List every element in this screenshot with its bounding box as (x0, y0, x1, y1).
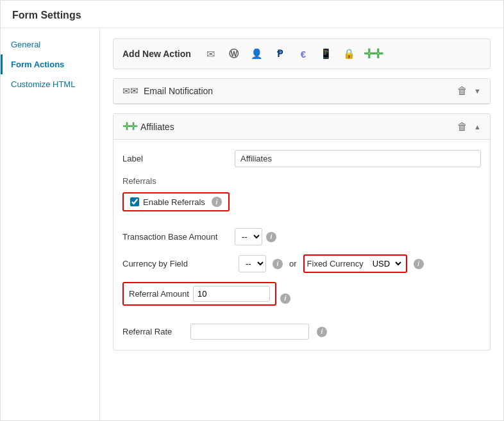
user-register-action-icon[interactable]: 👤 (249, 45, 265, 62)
sidebar: General Form Actions Customize HTML (1, 28, 100, 420)
email-action-icon[interactable]: ✉ (203, 45, 219, 62)
referral-amount-input[interactable] (193, 286, 270, 302)
email-notification-header-left: ✉ Email Notification (122, 85, 213, 97)
content-area: Add New Action ✉ Ⓦ 👤 Ᵽ € 📱 🔒 ✛✛ ✉ (100, 28, 503, 420)
referral-rate-label: Referral Rate (122, 327, 187, 336)
referral-amount-row: Referral Amount i (122, 282, 481, 315)
referral-amount-label: Referral Amount (129, 289, 189, 299)
referral-rate-row: Referral Rate i (122, 324, 481, 340)
sms-action-icon[interactable]: 📱 (318, 45, 335, 62)
referral-rate-info-icon[interactable]: i (317, 327, 327, 337)
affiliates-section-label: Affiliates (140, 122, 174, 132)
sidebar-item-general[interactable]: General (1, 35, 99, 54)
affiliates-section-icon: ✛✛ (122, 120, 135, 133)
add-action-label: Add New Action (122, 49, 191, 59)
affiliates-header-left: ✛✛ Affiliates (122, 120, 174, 133)
label-input[interactable] (235, 150, 481, 167)
stripe-action-icon[interactable]: € (295, 45, 312, 62)
email-notification-header-right: 🗑 ▼ (457, 85, 481, 97)
fixed-currency-info-icon[interactable]: i (414, 259, 424, 269)
transaction-base-select[interactable]: -- (235, 228, 262, 245)
email-section-icon: ✉ (122, 85, 139, 97)
affiliates-delete-icon[interactable]: 🗑 (457, 121, 467, 133)
referrals-label: Referrals (122, 176, 481, 186)
fixed-currency-label: Fixed Currency (307, 259, 364, 268)
label-field-label: Label (122, 154, 235, 163)
referral-rate-input[interactable] (190, 324, 309, 340)
transaction-base-row: Transaction Base Amount -- i (122, 228, 481, 245)
sidebar-item-customize-html[interactable]: Customize HTML (1, 74, 99, 94)
enable-referrals-checkbox[interactable] (130, 197, 139, 206)
referrals-section: Referrals Enable Referrals i Transaction (122, 176, 481, 340)
email-notification-collapse-icon[interactable]: ▼ (474, 87, 481, 95)
login-action-icon[interactable]: 🔒 (341, 45, 358, 62)
email-notification-section: ✉ Email Notification 🗑 ▼ (113, 78, 491, 104)
affiliates-collapse-icon[interactable]: ▲ (474, 123, 481, 131)
affiliates-body: Label Referrals Enable Referrals i (113, 140, 490, 350)
email-notification-delete-icon[interactable]: 🗑 (457, 85, 467, 97)
enable-referrals-row[interactable]: Enable Referrals i (122, 192, 230, 211)
sidebar-item-form-actions[interactable]: Form Actions (1, 54, 99, 74)
transaction-base-label: Transaction Base Amount (122, 232, 235, 242)
referral-amount-box: Referral Amount (122, 282, 276, 306)
action-icons: ✉ Ⓦ 👤 Ᵽ € 📱 🔒 ✛✛ (203, 45, 381, 62)
affiliates-header-right: 🗑 ▲ (457, 121, 481, 133)
currency-by-field-select[interactable]: -- (239, 255, 266, 272)
fixed-currency-select[interactable]: USD EUR GBP (367, 257, 403, 270)
enable-referrals-label: Enable Referrals (143, 197, 205, 207)
or-text: or (289, 259, 297, 268)
transaction-base-info-icon[interactable]: i (266, 232, 276, 242)
enable-referrals-wrapper: Enable Referrals i (122, 192, 481, 220)
page-title: Form Settings (1, 1, 503, 28)
email-notification-header: ✉ Email Notification 🗑 ▼ (113, 79, 490, 104)
email-notification-label: Email Notification (144, 86, 213, 96)
enable-referrals-info-icon[interactable]: i (212, 197, 222, 207)
referral-amount-info-icon[interactable]: i (280, 293, 290, 304)
affiliates-action-icon[interactable]: ✛✛ (364, 45, 381, 62)
label-row: Label (122, 150, 481, 167)
add-action-bar: Add New Action ✉ Ⓦ 👤 Ᵽ € 📱 🔒 ✛✛ (113, 38, 491, 69)
affiliates-section: ✛✛ Affiliates 🗑 ▲ Label (113, 113, 491, 351)
wordpress-action-icon[interactable]: Ⓦ (226, 45, 242, 62)
paypal-action-icon[interactable]: Ᵽ (272, 45, 289, 62)
affiliates-header: ✛✛ Affiliates 🗑 ▲ (113, 114, 490, 140)
currency-by-field-info-icon[interactable]: i (273, 259, 283, 269)
currency-row: Currency by Field -- i or Fixed Currency… (122, 254, 481, 273)
fixed-currency-box: Fixed Currency USD EUR GBP (303, 254, 407, 273)
currency-field-label: Currency by Field (122, 259, 235, 268)
